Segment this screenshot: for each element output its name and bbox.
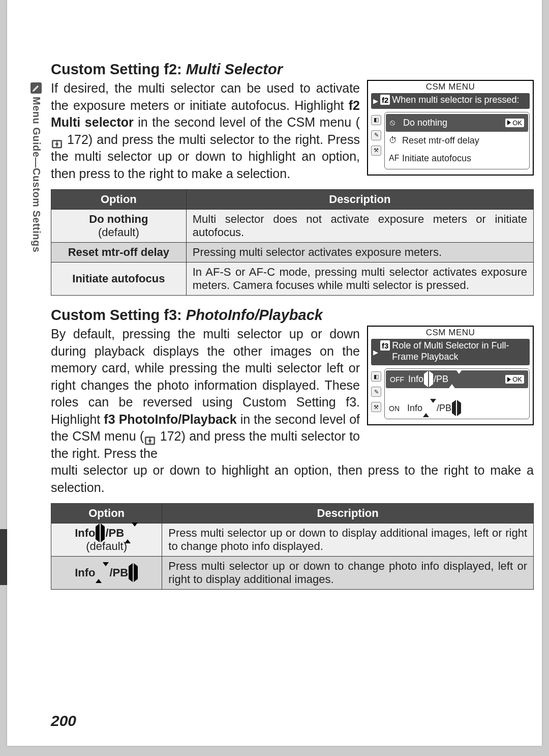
screen-f2: CSM MENU ▶ f2 When multi selector is pre… (367, 80, 534, 176)
screen-side-icons: ◧ ✎ ⚒ (371, 368, 381, 419)
table-f2: Option Description Do nothing(default)Mu… (51, 189, 534, 296)
ok-badge: OK (505, 375, 524, 384)
play-icon: ▶ (373, 97, 378, 105)
table-f3-header-option: Option (51, 504, 162, 524)
tools-icon: ⚒ (371, 402, 381, 412)
screen-f2-list: ⦸Do nothingOK⏱Reset mtr-off delayAFIniti… (384, 112, 530, 169)
side-tab-label: Menu Guide—Custom Settings (30, 97, 42, 252)
screen-f2-code: f2 (380, 95, 390, 105)
screen-menu-item: ONInfo/PB (385, 399, 529, 417)
table-row: Reset mtr-off delayPressing multi select… (51, 243, 534, 263)
screen-f3-heading: Role of Multi Selector in Full-Frame Pla… (392, 339, 530, 365)
table-row: Info/PBPress multi selector up or down t… (51, 557, 534, 590)
table-f3-header-desc: Description (162, 504, 534, 524)
table-row: Do nothing(default)Multi selector does n… (51, 210, 534, 243)
screen-menu-item: AFInitiate autofocus (385, 150, 529, 167)
table-f2-header-desc: Description (186, 190, 533, 210)
section-f2-title: Custom Setting f2: Multi Selector (51, 61, 534, 78)
ok-badge: OK (505, 119, 524, 127)
screen-menu-item: ⦸Do nothingOK (386, 114, 528, 132)
screen-menu-item: OFFInfo/PBOK (386, 370, 528, 388)
screen-f3: CSM MENU ▶ f3 Role of Multi Selector in … (367, 326, 534, 425)
screen-f2-title: CSM MENU (368, 81, 533, 92)
camera-icon: ◧ (371, 371, 381, 382)
paper-sheet: Menu Guide—Custom Settings Custom Settin… (7, 0, 542, 746)
tools-icon: ⚒ (371, 146, 381, 156)
section-f3-paragraph-cont: multi selector up or down to highlight a… (51, 462, 534, 496)
screen-menu-item: ⏱Reset mtr-off delay (385, 132, 529, 150)
table-f3: Option Description Info/PB(default)Press… (51, 503, 534, 590)
side-tab: Menu Guide—Custom Settings (30, 82, 43, 266)
table-row: Info/PB(default)Press multi selector up … (51, 524, 534, 557)
pencil-tab-icon (30, 82, 42, 94)
page-number: 200 (51, 712, 76, 730)
manual-ref-icon (144, 432, 156, 442)
table-f2-header-option: Option (51, 190, 187, 210)
section-f3-title: Custom Setting f3: PhotoInfo/Playback (51, 307, 534, 324)
screen-f2-heading: When multi selector is pressed: (392, 93, 522, 109)
svg-point-1 (55, 142, 58, 145)
pencil-icon: ✎ (371, 387, 381, 397)
screen-side-icons: ◧ ✎ ⚒ (371, 112, 381, 169)
screen-f3-list: OFFInfo/PBOKONInfo/PB (384, 368, 530, 419)
screen-f3-code: f3 (380, 340, 390, 351)
page: Menu Guide—Custom Settings Custom Settin… (0, 0, 549, 756)
pencil-icon: ✎ (371, 130, 381, 140)
main-content: Menu Guide—Custom Settings Custom Settin… (51, 61, 534, 601)
camera-icon: ◧ (371, 115, 381, 125)
play-icon: ▶ (373, 348, 378, 356)
table-row: Initiate autofocusIn AF-S or AF-C mode, … (51, 263, 534, 296)
manual-ref-icon (51, 136, 63, 145)
svg-point-3 (149, 439, 151, 442)
screen-f3-title: CSM MENU (368, 327, 533, 338)
